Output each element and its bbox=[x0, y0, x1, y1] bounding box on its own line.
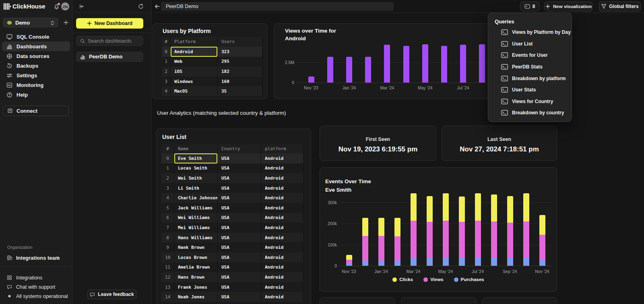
table-cell[interactable]: Android bbox=[261, 153, 303, 163]
dashboard-title-input[interactable] bbox=[161, 2, 394, 11]
table-cell[interactable]: USA bbox=[218, 282, 261, 292]
queries-count-button[interactable]: 8 bbox=[520, 2, 539, 11]
table-cell[interactable]: Web bbox=[171, 57, 218, 67]
table-cell[interactable]: Android bbox=[261, 263, 303, 273]
search-input[interactable] bbox=[88, 38, 140, 44]
table-cell[interactable]: Lucas Smith bbox=[174, 163, 218, 174]
table-cell[interactable]: Hans Williams bbox=[174, 233, 218, 243]
sidebar-item-backups[interactable]: Backups bbox=[2, 61, 70, 70]
query-menu-item[interactable]: PeerDB Stats bbox=[488, 61, 572, 73]
sidebar-item-help[interactable]: Help bbox=[2, 90, 70, 99]
stacked-bar[interactable] bbox=[523, 193, 529, 266]
stacked-bar[interactable] bbox=[346, 255, 352, 266]
table-cell[interactable]: 295 bbox=[218, 57, 262, 67]
table-cell[interactable]: Android bbox=[261, 183, 303, 193]
stacked-bar[interactable] bbox=[443, 193, 449, 266]
bar[interactable] bbox=[479, 44, 485, 83]
bar[interactable] bbox=[384, 45, 390, 83]
table-cell[interactable]: Hans Brown bbox=[174, 272, 218, 282]
stacked-bar[interactable] bbox=[378, 218, 384, 266]
sidebar-item-data-sources[interactable]: Data sources bbox=[2, 51, 70, 61]
table-cell[interactable]: USA bbox=[218, 173, 261, 183]
table-cell[interactable]: Android bbox=[171, 47, 218, 57]
bar[interactable] bbox=[308, 77, 314, 83]
bar[interactable] bbox=[365, 57, 371, 83]
table-cell[interactable]: MacOS bbox=[171, 86, 218, 96]
stacked-bar[interactable] bbox=[491, 194, 497, 266]
dashboard-search[interactable] bbox=[76, 36, 143, 46]
new-visualization-button[interactable]: New visualization bbox=[544, 2, 592, 11]
table-cell[interactable]: Android bbox=[261, 233, 303, 243]
sidebar-item-sql-console[interactable]: SQL Console bbox=[2, 32, 70, 41]
query-menu-item[interactable]: Views for Country bbox=[488, 96, 572, 108]
query-menu-item[interactable]: Events for User bbox=[488, 50, 572, 61]
table-cell[interactable]: Android bbox=[261, 163, 303, 174]
sidebar-item-integrations[interactable]: Integrations bbox=[0, 273, 72, 282]
stacked-bar[interactable] bbox=[411, 193, 417, 266]
back-arrow-icon[interactable] bbox=[155, 4, 160, 9]
table-cell[interactable]: Android bbox=[261, 213, 303, 223]
bar[interactable] bbox=[460, 45, 466, 83]
table-cell[interactable]: USA bbox=[218, 292, 261, 302]
table-cell[interactable]: 35 bbox=[218, 86, 262, 96]
table-cell[interactable]: Wei Smith bbox=[174, 173, 218, 183]
leave-feedback-button[interactable]: Leave feedback bbox=[87, 290, 136, 299]
sidebar-item-integrations-team[interactable]: Integrations team bbox=[3, 253, 69, 263]
table-cell[interactable]: Amelia Brown bbox=[174, 263, 218, 273]
stacked-bar[interactable] bbox=[475, 193, 481, 266]
stacked-bar[interactable] bbox=[362, 218, 368, 266]
sidebar-item-all-systems-operational[interactable]: All systems operational bbox=[0, 292, 72, 301]
table-cell[interactable]: Wei Williams bbox=[174, 213, 218, 223]
table-cell[interactable]: USA bbox=[218, 163, 261, 174]
query-menu-item[interactable]: Breakdown by platform bbox=[488, 72, 572, 84]
refresh-icon[interactable] bbox=[138, 4, 144, 9]
dashboard-list-item[interactable]: PeerDB Demo bbox=[76, 52, 143, 62]
table-cell[interactable]: USA bbox=[218, 183, 261, 193]
table-cell[interactable]: USA bbox=[218, 213, 261, 223]
query-menu-item[interactable]: User List bbox=[488, 38, 572, 50]
table-cell[interactable]: Android bbox=[261, 252, 303, 263]
table-cell[interactable]: Eve Smith bbox=[174, 153, 218, 163]
table-cell[interactable]: Noah Jones bbox=[174, 292, 218, 302]
table-cell[interactable]: Android bbox=[261, 193, 303, 203]
table-cell[interactable]: Li Smith bbox=[174, 183, 218, 193]
sidebar-item-settings[interactable]: Settings bbox=[2, 70, 70, 80]
stacked-bar[interactable] bbox=[427, 196, 433, 266]
table-cell[interactable]: Android bbox=[261, 173, 303, 183]
table-cell[interactable]: Frank Jones bbox=[174, 282, 218, 292]
table-cell[interactable]: Android bbox=[261, 223, 303, 233]
bar[interactable] bbox=[422, 44, 428, 83]
table-cell[interactable]: Jack Williams bbox=[174, 203, 218, 213]
table-cell[interactable]: USA bbox=[218, 193, 261, 203]
table-cell[interactable]: Android bbox=[261, 292, 303, 302]
connect-button[interactable]: Connect bbox=[3, 105, 69, 116]
sidebar-item-monitoring[interactable]: Monitoring bbox=[2, 80, 70, 90]
collapse-panel-icon[interactable] bbox=[79, 4, 85, 9]
table-cell[interactable]: USA bbox=[218, 203, 261, 213]
table-cell[interactable]: iOS bbox=[171, 66, 218, 77]
table-cell[interactable]: 160 bbox=[218, 77, 262, 87]
table-cell[interactable]: Android bbox=[261, 242, 303, 252]
new-dashboard-button[interactable]: New Dashboard bbox=[76, 18, 143, 29]
table-cell[interactable]: 182 bbox=[218, 66, 262, 77]
table-cell[interactable]: Mei Williams bbox=[174, 223, 218, 233]
bar[interactable] bbox=[327, 57, 333, 83]
avatar[interactable]: ZN bbox=[61, 2, 69, 10]
stacked-bar[interactable] bbox=[539, 215, 545, 266]
query-menu-item[interactable]: Views by Platform by Day bbox=[488, 27, 572, 38]
table-cell[interactable]: USA bbox=[218, 223, 261, 233]
table-cell[interactable]: USA bbox=[218, 233, 261, 243]
bar[interactable] bbox=[403, 46, 409, 83]
sidebar-item-dashboards[interactable]: Dashboards bbox=[2, 41, 70, 51]
stacked-bar[interactable] bbox=[507, 196, 513, 266]
table-cell[interactable]: Charlie Johnson bbox=[174, 193, 218, 203]
table-cell[interactable]: USA bbox=[218, 153, 261, 163]
query-menu-item[interactable]: Breakdown by country bbox=[488, 107, 572, 119]
bar[interactable] bbox=[346, 57, 352, 83]
service-select[interactable]: Demo bbox=[3, 18, 58, 27]
table-cell[interactable]: Hank Brown bbox=[174, 242, 218, 252]
table-cell[interactable]: Android bbox=[261, 282, 303, 292]
table-cell[interactable]: Windows bbox=[171, 77, 218, 87]
global-filters-button[interactable]: Global filters bbox=[599, 2, 641, 11]
query-menu-item[interactable]: User Stats bbox=[488, 84, 572, 96]
